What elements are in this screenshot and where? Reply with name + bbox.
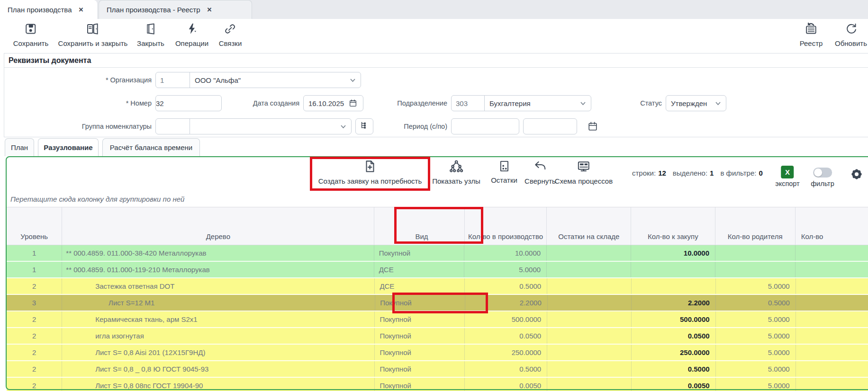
cell-tree: Лист S=12 М1 [62, 295, 375, 311]
cell-tree: Лист S= 0,8 08пс ГОСТ 19904-90 [62, 378, 375, 391]
cell-level: 1 [7, 245, 62, 261]
cell-kind: Покупной [375, 378, 465, 391]
cell-qty-extra [796, 295, 868, 311]
column-header-qty-extra[interactable]: Кол-во [796, 207, 868, 245]
monitor-icon [577, 160, 591, 176]
close-document-button[interactable]: Закрыть [137, 22, 164, 47]
cell-qty-extra [796, 361, 868, 377]
table-row[interactable]: 1 ** 000.4859. 011.000-38-420 Металлорук… [7, 245, 868, 262]
window-tab-registry[interactable]: План производства - Реестр ✕ [99, 0, 252, 19]
tree-icon [360, 121, 369, 132]
close-document-label: Закрыть [137, 39, 164, 47]
period-from-input[interactable] [451, 118, 519, 134]
save-button[interactable]: Сохранить [13, 22, 49, 47]
cell-stock [547, 328, 632, 344]
save-and-close-icon [86, 22, 99, 37]
table-row[interactable]: 2 Лист S= 0,8 _ 0,8 Ю ГОСТ 9045-93 Покуп… [7, 361, 868, 378]
nomenclature-group-select[interactable] [155, 118, 352, 134]
table-row[interactable]: 2 Лист S= 0,8 Aisi 201 (12Х15Г9НД) Покуп… [7, 345, 868, 361]
number-input[interactable]: 32 [155, 95, 222, 111]
calendar-icon[interactable] [349, 99, 357, 107]
cell-qty-production: 500.0000 [465, 311, 547, 327]
table-row[interactable]: 2 Лист S= 0,8 08пс ГОСТ 19904-90 Покупно… [7, 378, 868, 391]
table-row[interactable]: 2 игла изогнутая Покупной 0.0500 0.0500 … [7, 328, 868, 345]
cell-qty-parent: 5.0000 [716, 311, 796, 327]
close-icon[interactable]: ✕ [207, 6, 212, 13]
save-icon [24, 22, 37, 37]
operations-button[interactable]: Операции [175, 22, 208, 47]
save-label: Сохранить [13, 39, 49, 47]
cell-kind: Покупной [375, 345, 465, 360]
operations-label: Операции [175, 39, 208, 47]
table-row[interactable]: 2 Застежка ответная DOT ДСЕ 0.5000 5.000… [7, 278, 868, 295]
refresh-icon [844, 22, 858, 37]
save-and-close-button[interactable]: Сохранить и закрыть [58, 22, 128, 47]
stocks-button[interactable]: Остатки [491, 160, 517, 184]
door-icon [144, 22, 157, 37]
cell-stock [547, 262, 631, 277]
creation-date-input[interactable]: 16.10.2025 [303, 95, 363, 111]
org-select[interactable]: 1 ООО "Альфа" [155, 72, 361, 88]
cell-kind: Покупной [374, 245, 464, 261]
tab-time-balance[interactable]: Расчёт баланса времени [102, 138, 200, 156]
cell-kind: ДСЕ [374, 262, 464, 277]
department-code-field[interactable]: 303 [452, 96, 485, 111]
filter-toggle[interactable]: фильтр [811, 168, 834, 187]
cell-level: 2 [7, 278, 62, 294]
cell-qty-parent: 5.0000 [716, 345, 796, 360]
calendar-icon[interactable] [588, 121, 598, 133]
export-excel-button[interactable]: X экспорт [775, 166, 799, 187]
process-schema-button[interactable]: Схема процессов [555, 160, 613, 185]
department-select[interactable]: 303 Бухгалтерия [451, 95, 591, 111]
status-select[interactable]: Утвержден [666, 95, 726, 111]
cell-qty-extra [796, 278, 868, 294]
column-header-kind[interactable]: Вид [374, 207, 464, 245]
refresh-button[interactable]: Обновить [835, 22, 867, 47]
cell-level: 2 [7, 361, 62, 377]
rows-count-label: строки: [632, 169, 656, 177]
show-nodes-button[interactable]: Показать узлы [432, 160, 480, 185]
tab-time-balance-label: Расчёт баланса времени [110, 143, 192, 151]
cell-kind: Покупной [375, 295, 465, 311]
cell-qty-extra [796, 378, 868, 391]
cell-kind: Покупной [375, 328, 465, 344]
table-row[interactable]: 3 Лист S=12 М1 Покупной 2.2000 2.2000 0.… [7, 295, 868, 311]
toggle-off-icon[interactable] [813, 168, 832, 178]
tab-plan[interactable]: План [5, 138, 34, 156]
tab-razuzlovanie[interactable]: Разузлование [38, 138, 99, 156]
period-to-input[interactable] [523, 118, 577, 134]
column-header-tree[interactable]: Дерево [62, 207, 374, 245]
nomenclature-tree-button[interactable] [355, 118, 373, 134]
create-request-button[interactable]: Создать заявку на потребность [318, 160, 422, 185]
registry-button[interactable]: Реестр [800, 22, 823, 47]
cell-qty-production: 10.0000 [464, 245, 547, 261]
column-header-qty-production[interactable]: Кол-во в производство [465, 207, 547, 245]
refresh-label: Обновить [835, 39, 867, 47]
gear-icon [849, 175, 864, 183]
settings-button[interactable] [849, 167, 864, 184]
cell-qty-production: 5.0000 [464, 262, 547, 277]
column-header-qty-parent[interactable]: Кол-во родителя [715, 207, 796, 245]
window-tab-plan[interactable]: План производства ✕ [0, 0, 97, 19]
stocks-icon [497, 160, 511, 175]
table-row[interactable]: 1 ** 000.4859. 011.000-119-210 Металлору… [7, 262, 868, 278]
column-header-stock[interactable]: Остатки на складе [547, 207, 631, 245]
column-header-qty-purchase[interactable]: Кол-во к закупу [631, 207, 715, 245]
collapse-button[interactable]: Свернуть [524, 160, 556, 185]
nomenclature-group-label: Группа номенклатуры [57, 118, 152, 134]
create-request-label: Создать заявку на потребность [318, 177, 422, 185]
close-icon[interactable]: ✕ [78, 6, 83, 13]
cell-level: 2 [7, 378, 62, 391]
cell-stock [547, 345, 632, 360]
cell-level: 1 [7, 262, 62, 277]
cell-qty-parent: 5.0000 [716, 361, 796, 377]
number-label: * Номер [76, 95, 152, 111]
links-button[interactable]: Связки [219, 22, 242, 47]
nomenclature-group-code-field[interactable] [156, 119, 190, 134]
org-code-field[interactable]: 1 [156, 72, 190, 88]
show-nodes-label: Показать узлы [432, 177, 480, 185]
tab-razuzlovanie-label: Разузлование [44, 143, 92, 151]
app-window: План производства ✕ План производства - … [0, 0, 868, 391]
column-header-level[interactable]: Уровень [7, 207, 62, 245]
table-row[interactable]: 2 Керамическая ткань, арм S2x1 Покупной … [7, 311, 868, 328]
